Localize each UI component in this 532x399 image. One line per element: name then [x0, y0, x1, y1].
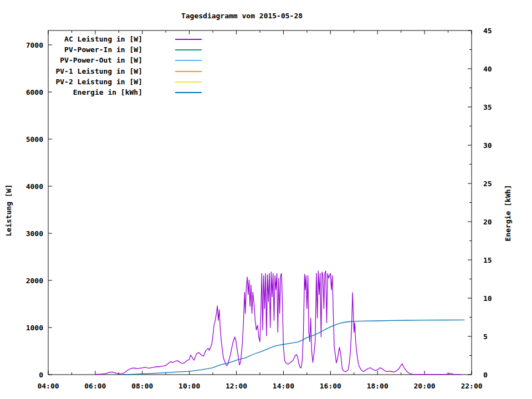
x-tick-label: 06:00 — [75, 382, 115, 390]
left-tick-label: 0 — [14, 371, 43, 379]
right-tick-label: 20 — [483, 218, 505, 226]
right-tick-label: 25 — [483, 180, 505, 188]
legend-label: PV-2 Leistung in [W] — [50, 78, 142, 86]
legend-label: AC Leistung in [W] — [50, 35, 142, 43]
left-tick-label: 5000 — [14, 135, 43, 144]
legend-label: PV-Power-In in [W] — [50, 45, 142, 54]
x-tick-label: 04:00 — [28, 382, 68, 390]
x-tick-label: 12:00 — [217, 382, 257, 390]
left-tick-label: 6000 — [14, 88, 43, 96]
legend-label: PV-Power-Out in [W] — [50, 56, 142, 64]
x-tick-label: 16:00 — [310, 382, 350, 390]
series-line-energie — [124, 320, 465, 375]
legend-label: PV-1 Leistung in [W] — [50, 67, 142, 75]
right-tick-label: 0 — [483, 371, 505, 379]
x-tick-label: 18:00 — [357, 382, 397, 390]
right-tick-label: 10 — [483, 294, 505, 303]
legend-line-swatch — [175, 92, 202, 93]
right-tick-label: 5 — [483, 332, 505, 341]
legend-label: Energie in [kWh] — [50, 88, 142, 96]
right-tick-label: 35 — [483, 103, 505, 111]
right-tick-label: 40 — [483, 65, 505, 73]
right-tick-label: 30 — [483, 141, 505, 150]
x-tick-label: 20:00 — [405, 382, 444, 390]
left-tick-label: 2000 — [14, 277, 43, 285]
left-tick-label: 1000 — [14, 324, 43, 332]
right-tick-label: 15 — [483, 256, 505, 264]
x-tick-label: 22:00 — [452, 382, 492, 390]
legend-line-swatch — [175, 49, 202, 50]
left-tick-label: 4000 — [14, 182, 43, 191]
series-line-ac — [95, 271, 461, 375]
left-tick-label: 7000 — [14, 41, 43, 49]
x-tick-label: 08:00 — [122, 382, 162, 390]
legend-line-swatch — [175, 60, 202, 61]
legend-line-swatch — [175, 71, 202, 72]
tagesdiagramm-chart: Tagesdiagramm vom 2015-05-28 Leistung [W… — [0, 0, 532, 399]
legend-line-swatch — [175, 39, 202, 40]
x-tick-label: 14:00 — [263, 382, 303, 390]
x-tick-label: 10:00 — [170, 382, 209, 390]
right-tick-label: 45 — [483, 27, 505, 35]
legend-line-swatch — [175, 81, 202, 83]
left-tick-label: 3000 — [14, 229, 43, 238]
